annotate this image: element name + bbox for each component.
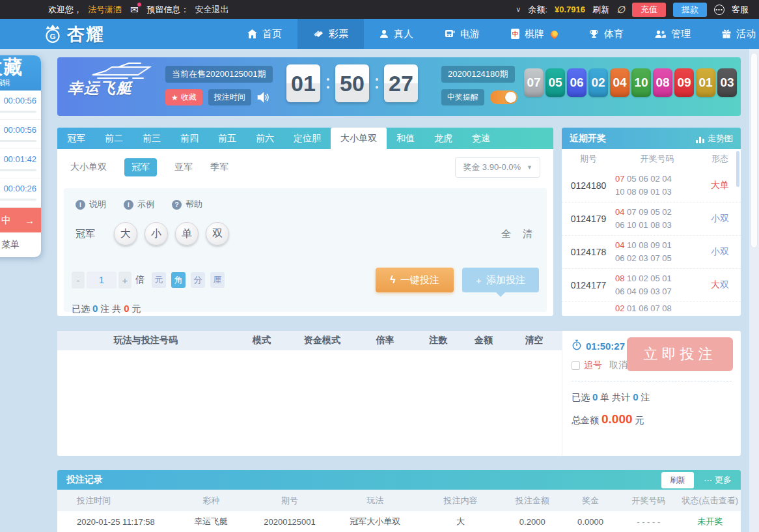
help-link-说明[interactable]: i说明	[76, 199, 106, 210]
play-tab-前三[interactable]: 前三	[133, 128, 171, 149]
service-link[interactable]: 客服	[732, 4, 749, 16]
page-scrollbar[interactable]	[749, 49, 759, 532]
lottery-ball: 03	[717, 68, 737, 97]
select-all-button[interactable]: 全	[501, 228, 511, 240]
favorite-game-item[interactable]: 00:00:56	[0, 120, 41, 149]
nav-item-管理[interactable]: 管理	[639, 19, 706, 49]
countdown-progress-bar	[0, 111, 36, 113]
favorites-edit-link[interactable]: 编辑	[0, 77, 41, 88]
record-cell: 0.0000	[563, 517, 618, 527]
question-icon: ?	[172, 200, 182, 210]
bet-option-大[interactable]: 大	[114, 222, 137, 245]
favorite-game-item[interactable]: 00:00:26	[0, 178, 41, 208]
sub-tab-冠军[interactable]: 冠军	[124, 158, 157, 176]
nav-item-真人[interactable]: 真人	[364, 19, 429, 49]
speaker-icon[interactable]	[257, 92, 269, 103]
more-link[interactable]: ⋯更多	[704, 474, 732, 486]
balance-refresh-link[interactable]: 刷新	[592, 4, 609, 16]
logo-text: 杏耀	[67, 23, 105, 46]
bet-time-button[interactable]: 投注时间	[208, 89, 251, 105]
lottery-ball: 01	[696, 68, 715, 97]
panel-scrollbar-thumb[interactable]	[736, 151, 739, 187]
betting-panel: 冠军前二前三前四前五前六定位胆大小单双和值龙虎竞速 大小单双冠军亚军季军 奖金 …	[57, 128, 553, 316]
play-tab-龙虎[interactable]: 龙虎	[424, 128, 462, 149]
bet-option-单[interactable]: 单	[175, 222, 199, 245]
chase-checkbox[interactable]	[572, 361, 580, 370]
play-tab-前四[interactable]: 前四	[171, 128, 208, 149]
multiplier-minus-button[interactable]: -	[72, 272, 85, 288]
chase-label[interactable]: 追号	[584, 359, 602, 371]
first-number: 04	[615, 207, 624, 217]
divider	[572, 381, 732, 382]
logout-link[interactable]: 安全退出	[195, 4, 229, 16]
help-link-帮助[interactable]: ?帮助	[172, 199, 202, 210]
nav-item-活动[interactable]: 活动	[706, 19, 759, 49]
bet-option-双[interactable]: 双	[206, 222, 229, 245]
win-remind-toggle[interactable]	[490, 91, 518, 104]
help-link-示例[interactable]: i示例	[124, 199, 154, 210]
sub-tab-大小单双[interactable]: 大小单双	[70, 161, 107, 173]
crown-emblem-icon: G	[42, 22, 64, 47]
nav-item-首页[interactable]: 首页	[232, 19, 297, 49]
lightning-icon: ϟ	[390, 274, 395, 286]
play-tab-前五[interactable]: 前五	[208, 128, 246, 149]
chevron-down-icon: ▼	[527, 164, 532, 171]
countdown-clock: 01 50 27	[286, 64, 418, 102]
betting-panel-body: 大小单双冠军亚军季军 奖金 3.90-0.0% ▼ i说明i示例?帮助 冠军 大…	[57, 149, 553, 316]
site-logo[interactable]: G 杏耀	[42, 22, 105, 47]
bonus-selector[interactable]: 奖金 3.90-0.0% ▼	[455, 157, 540, 178]
mail-icon[interactable]: ✉	[130, 5, 139, 14]
add-bet-button[interactable]: +添加投注	[462, 268, 539, 292]
favorite-game-item[interactable]: 00:01:42	[0, 149, 41, 178]
clear-button[interactable]: 清	[523, 228, 532, 240]
nav-item-彩票[interactable]: 彩票	[297, 19, 364, 49]
nav-item-电游[interactable]: 电游	[429, 19, 495, 49]
play-tab-冠军[interactable]: 冠军	[57, 128, 95, 149]
play-tab-前二[interactable]: 前二	[95, 128, 133, 149]
eye-slash-icon[interactable]: ∅	[616, 4, 625, 16]
withdraw-button[interactable]: 提款	[673, 3, 707, 17]
game-name: 幸运飞艇	[68, 78, 165, 98]
record-row[interactable]: 2020-01-25 11:17:58幸运飞艇20200125001冠军大小单双…	[57, 511, 741, 532]
sidebar-menu-link[interactable]: 菜单	[0, 232, 41, 257]
play-tab-定位胆[interactable]: 定位胆	[284, 128, 331, 149]
money-mode-厘[interactable]: 厘	[210, 272, 225, 288]
favorite-game-item[interactable]: 00:00:56	[0, 91, 41, 120]
page-scrollbar-thumb[interactable]	[751, 53, 758, 248]
quick-bet-button[interactable]: ϟ一键投注	[376, 268, 454, 292]
cancel-link[interactable]: 取消	[609, 359, 628, 371]
username[interactable]: 法号潇洒	[88, 4, 122, 16]
money-mode-分[interactable]: 分	[191, 272, 205, 288]
record-column: 投注时间	[57, 495, 174, 507]
sub-tab-亚军[interactable]: 亚军	[174, 161, 193, 173]
total-amount-row: 总金额0.000元	[572, 412, 732, 427]
bet-option-小[interactable]: 小	[145, 222, 168, 245]
nav-item-棋牌[interactable]: 中棋牌	[495, 19, 573, 49]
money-mode-元[interactable]: 元	[152, 272, 166, 288]
trend-chart-link[interactable]: 走势图	[696, 133, 733, 145]
multiplier-plus-button[interactable]: +	[118, 272, 131, 288]
play-tab-大小单双[interactable]: 大小单双	[331, 128, 387, 149]
favorite-button[interactable]: ★收藏	[165, 89, 202, 105]
refresh-button[interactable]: 刷新	[661, 472, 694, 488]
sub-tab-季军[interactable]: 季军	[210, 161, 228, 173]
record-cell: 未开奖	[680, 516, 741, 527]
recharge-button[interactable]: 充值	[632, 3, 666, 17]
multiplier-input[interactable]: 1	[87, 272, 117, 288]
play-tab-竞速[interactable]: 竞速	[462, 128, 500, 149]
play-tab-和值[interactable]: 和值	[387, 128, 424, 149]
result-shape: 大单	[699, 180, 741, 191]
order-column-玩法与投注号码: 玩法与投注号码	[57, 335, 234, 346]
money-mode-角[interactable]: 角	[171, 272, 186, 288]
chat-icon[interactable]: •••	[714, 5, 724, 15]
result-issue: 0124179	[562, 214, 615, 224]
play-tab-前六[interactable]: 前六	[246, 128, 284, 149]
balance-caret-icon[interactable]: ∨	[516, 5, 521, 14]
order-summary: 01:50:27 追号 取消 立即投注 已选0单 共计0注 总金额0.000元	[562, 331, 741, 456]
nav-item-体育[interactable]: 体育	[573, 19, 639, 49]
submit-bet-button[interactable]: 立即投注	[627, 337, 733, 371]
favorite-countdown: 00:00:26	[0, 184, 36, 193]
mahjong-icon: 中	[511, 29, 519, 39]
bets-count: 0	[633, 391, 638, 402]
sidebar-hot-item[interactable]: 中 →	[0, 208, 41, 232]
